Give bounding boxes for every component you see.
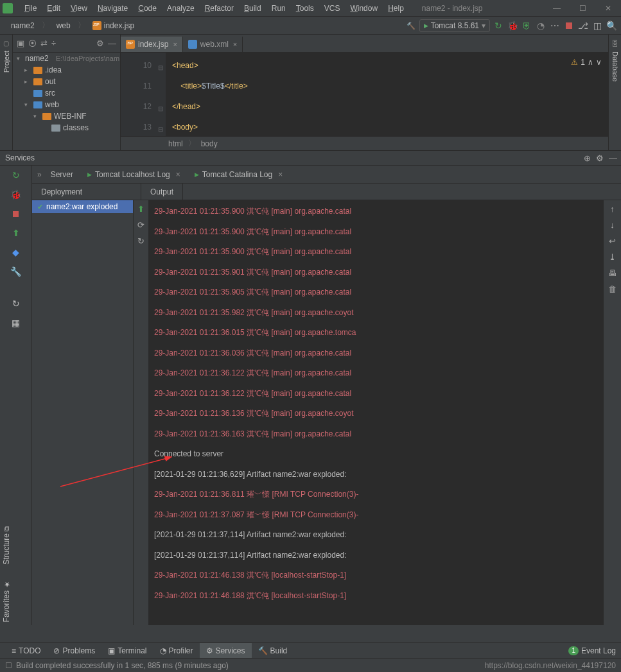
- code-area[interactable]: 10 11 12 13 ⊟ ⊟ ⊟ <head> <title>$Title$<…: [121, 53, 621, 136]
- crumb-html[interactable]: html: [168, 139, 183, 148]
- scroll-up-icon[interactable]: ↑: [610, 204, 615, 214]
- inspection-widget[interactable]: ⚠ 1 ∧ ∨: [571, 58, 602, 67]
- proj-expand-icon[interactable]: ⇄: [40, 39, 48, 48]
- print-icon[interactable]: 🖶: [608, 268, 617, 278]
- tab-profiler[interactable]: ◔ Profiler: [153, 643, 200, 659]
- debug-icon[interactable]: 🐞: [10, 189, 22, 200]
- tree-web[interactable]: ▾web: [13, 99, 120, 110]
- tab-build[interactable]: 🔨 Build: [252, 643, 294, 659]
- status-bar: ☐ Build completed successfully in 1 sec,…: [0, 658, 621, 672]
- console-output[interactable]: 29-Jan-2021 01:21:35.900 淇℃伅 [main] org.…: [149, 200, 603, 625]
- more-icon[interactable]: ◆: [10, 246, 22, 258]
- svc-add-icon[interactable]: ⊕: [584, 153, 591, 163]
- tree-idea[interactable]: ▸.idea: [13, 64, 120, 76]
- tab-index-jsp[interactable]: index.jsp×: [121, 37, 183, 52]
- deploy-up-icon[interactable]: ⬆: [137, 204, 144, 214]
- sidebar-database-tab[interactable]: Database: [611, 51, 619, 82]
- tab-problems[interactable]: ⊘ Problems: [47, 643, 101, 659]
- menu-code[interactable]: Code: [133, 0, 162, 17]
- tab-localhost-log[interactable]: ▶Tomcat Localhost Log×: [82, 167, 186, 182]
- menu-file[interactable]: File: [19, 0, 42, 17]
- fold-icon[interactable]: ⊟: [158, 58, 163, 78]
- tree-classes[interactable]: classes: [13, 122, 120, 134]
- proj-target-icon[interactable]: ⦿: [28, 39, 37, 48]
- stop-icon[interactable]: [10, 208, 22, 220]
- menu-edit[interactable]: Edit: [42, 0, 66, 17]
- refresh2-icon[interactable]: ↻: [137, 236, 144, 246]
- breadcrumb-web[interactable]: web: [51, 19, 76, 33]
- event-log-tab[interactable]: Event Log: [581, 646, 616, 655]
- proj-collapse-icon[interactable]: ÷: [51, 39, 56, 48]
- build-icon[interactable]: [405, 20, 417, 31]
- rerun-icon[interactable]: ↻: [10, 169, 22, 181]
- fold-icon[interactable]: ⊟: [158, 99, 163, 119]
- tab-server[interactable]: Server: [46, 167, 78, 182]
- tab-todo[interactable]: ≡ TODO: [5, 643, 47, 659]
- profile-button[interactable]: ◔: [535, 20, 547, 31]
- wrench-icon[interactable]: 🔧: [10, 266, 22, 277]
- close-button[interactable]: ✕: [595, 0, 621, 17]
- menu-vcs[interactable]: VCS: [319, 0, 345, 17]
- run-button[interactable]: ↻: [493, 20, 504, 31]
- scroll-down-icon[interactable]: ↓: [610, 220, 615, 230]
- proj-sel-icon[interactable]: ▣: [17, 39, 24, 48]
- sidebar-favorites-tab[interactable]: Favorites ★: [2, 580, 11, 622]
- close-icon[interactable]: ×: [176, 170, 180, 179]
- menu-window[interactable]: Window: [345, 0, 383, 17]
- menu-help[interactable]: Help: [383, 0, 409, 17]
- debug-button[interactable]: 🐞: [507, 20, 518, 31]
- deploy-icon[interactable]: ⬆: [10, 227, 22, 239]
- split-icon[interactable]: ◫: [591, 20, 603, 31]
- tab-terminal[interactable]: ▣ Terminal: [101, 643, 153, 659]
- menu-view[interactable]: View: [66, 0, 92, 17]
- code-text[interactable]: <head> <title>$Title$</title> </head> <b…: [166, 53, 621, 136]
- close-icon[interactable]: ×: [278, 170, 283, 179]
- tree-root[interactable]: ▾name2 E:\IdeaProjects\nam: [13, 53, 120, 64]
- refresh-icon[interactable]: ↻: [10, 298, 22, 309]
- run-config-dropdown[interactable]: ▶ Tomcat 8.5.61 ▾: [419, 19, 490, 32]
- soft-wrap-icon[interactable]: ↩: [609, 236, 616, 246]
- expand-icon[interactable]: »: [37, 170, 42, 179]
- tree-src[interactable]: src: [13, 87, 120, 99]
- menu-run[interactable]: Run: [267, 0, 291, 17]
- search-icon[interactable]: 🔍: [606, 20, 617, 31]
- hide-icon[interactable]: —: [108, 39, 116, 48]
- col-output[interactable]: Output: [141, 184, 183, 200]
- gear-icon[interactable]: ⚙: [96, 39, 104, 48]
- layout-icon[interactable]: ▦: [10, 317, 22, 329]
- menu-navigate[interactable]: Navigate: [92, 0, 133, 17]
- crumb-body[interactable]: body: [201, 139, 218, 148]
- breadcrumb-root[interactable]: name2: [5, 19, 40, 33]
- tree-webinf[interactable]: ▾WEB-INF: [13, 110, 120, 122]
- clear-icon[interactable]: 🗑: [608, 284, 617, 294]
- close-icon[interactable]: ×: [233, 40, 237, 48]
- menu-analyze[interactable]: Analyze: [162, 0, 200, 17]
- maximize-button[interactable]: ☐: [570, 0, 595, 17]
- breadcrumb-file[interactable]: index.jsp: [87, 19, 140, 33]
- tab-services[interactable]: ⚙ Services: [200, 643, 252, 659]
- menu-build[interactable]: Build: [239, 0, 267, 17]
- col-deployment[interactable]: Deployment: [32, 184, 141, 200]
- deployment-item[interactable]: ✔name2:war exploded: [32, 200, 133, 213]
- coverage-button[interactable]: ⛨: [521, 20, 532, 31]
- scroll-end-icon[interactable]: ⤓: [609, 252, 616, 262]
- attach-button[interactable]: ⋯: [549, 20, 561, 31]
- fold-icon[interactable]: ⊟: [158, 119, 163, 136]
- tab-catalina-log[interactable]: ▶Tomcat Catalina Log×: [189, 167, 288, 182]
- tab-web-xml[interactable]: web.xml×: [183, 37, 243, 52]
- minimize-button[interactable]: —: [544, 0, 570, 17]
- sidebar-project-tab[interactable]: Project: [3, 51, 10, 73]
- stop-button[interactable]: [563, 20, 575, 31]
- sidebar-structure-tab[interactable]: Structure ⧉: [2, 526, 11, 565]
- vcs-icon[interactable]: ⎇: [577, 20, 589, 31]
- down-icon[interactable]: ∨: [596, 58, 602, 67]
- hide-icon[interactable]: —: [609, 153, 617, 163]
- sync-icon[interactable]: ⟳: [137, 220, 144, 230]
- close-icon[interactable]: ×: [173, 40, 177, 48]
- tree-out[interactable]: ▸out: [13, 76, 120, 87]
- menu-refactor[interactable]: Refactor: [200, 0, 239, 17]
- up-icon[interactable]: ∧: [588, 58, 593, 67]
- menu-tools[interactable]: Tools: [291, 0, 319, 17]
- code-token: <body>: [172, 123, 198, 132]
- gear-icon[interactable]: ⚙: [596, 153, 604, 163]
